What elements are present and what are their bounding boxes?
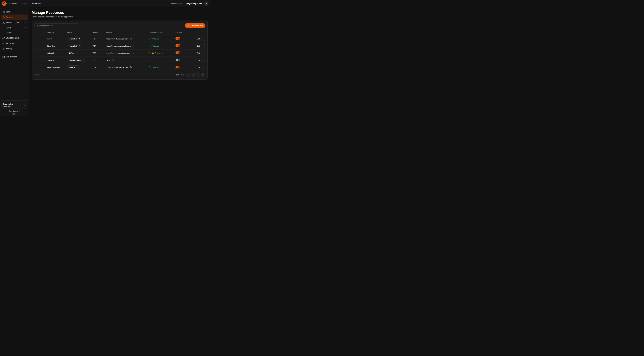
chevron-right-icon [29,3,30,4]
user-email[interactable]: joe@example.com [186,2,202,5]
card-header: Add Resource [34,23,205,28]
documentation-link[interactable]: Documentation [170,2,182,5]
sidebar-divider [2,52,27,53]
copy-icon[interactable] [132,45,134,47]
column-header-enabled: Enabled [176,32,192,34]
sidebar-item-label: API Keys [6,42,14,44]
row-menu-button[interactable] [34,59,46,61]
gear-icon [2,48,5,50]
edit-button[interactable]: Edit [195,44,205,48]
site-link[interactable]: Home Lab [67,37,82,41]
first-page-button[interactable] [186,73,190,77]
enabled-toggle[interactable] [176,66,180,68]
org-selector[interactable]: Organization Home Lab [1,102,28,108]
sidebar-item-label: Resources [6,16,15,18]
resource-name: Immich [46,38,67,40]
sort-icon [52,32,54,34]
breadcrumb-settings[interactable]: settings [21,2,28,5]
table-row: Battery Manager Edge 01 TCP https://batt… [34,64,205,71]
server-icon [2,56,5,58]
site-link[interactable]: Office [67,51,78,55]
column-header-authentication[interactable]: Authentication [148,32,176,34]
version-label: v1.3.0 [1,113,28,115]
add-resource-button[interactable]: Add Resource [186,23,205,28]
resource-protocol: TCP [92,59,106,61]
sidebar-item-access-control[interactable]: Access Control [1,20,28,25]
row-menu-button[interactable] [34,66,46,68]
arrow-right-icon [201,38,203,40]
resource-protocol: TCP [92,66,106,68]
auth-status: Protected [148,45,176,47]
search-input[interactable] [34,24,79,28]
arrow-right-icon [201,52,203,54]
auth-status: - [148,59,176,61]
edit-button[interactable]: Edit [195,37,205,41]
access-url: https://battery.example.com [106,66,128,68]
enabled-toggle[interactable] [176,52,180,54]
access-url: https://bitwarden.example.com [106,45,131,47]
arrow-right-icon [201,59,203,61]
row-menu-button[interactable] [34,52,46,54]
avatar[interactable]: J [204,2,208,6]
sidebar-item-api-keys[interactable]: API Keys [1,40,28,46]
prev-page-button[interactable] [191,73,195,77]
open-source-link[interactable]: Open Source [1,110,28,112]
site-link[interactable]: Edge 01 [67,65,80,69]
shield-check-icon [148,45,150,47]
sidebar-item-resources[interactable]: Resources [1,14,28,20]
enabled-toggle[interactable] [176,37,180,40]
org-selector-value: Home Lab [3,105,13,107]
row-menu-button[interactable] [34,45,46,47]
column-header-name[interactable]: Name [46,32,67,34]
row-menu-button[interactable] [34,38,46,40]
copy-icon[interactable] [112,59,114,61]
table-row: Bitwarden Home Lab TCP https://bitwarden… [34,42,205,50]
edit-button[interactable]: Edit [195,51,205,55]
sidebar-item-roles[interactable]: Roles [1,30,28,35]
add-resource-label: Add Resource [190,25,203,27]
column-header-protocol: Protocol [92,32,106,34]
open-source-label: Open Source [8,110,18,112]
edit-button[interactable]: Edit [195,65,205,70]
topbar: home-lab settings resources Documentatio… [0,0,210,7]
last-page-button[interactable] [201,73,205,77]
sidebar-footer: Organization Home Lab Open Source v1.3.0 [1,100,28,116]
copy-icon[interactable] [130,38,132,40]
arrow-up-right-icon [77,66,78,68]
sidebar-item-users[interactable]: Users [1,25,28,30]
page-size-select[interactable]: 20 [34,73,42,77]
breadcrumb-home-lab[interactable]: home-lab [9,2,17,5]
enabled-toggle[interactable] [176,58,180,61]
copy-icon[interactable] [132,52,134,54]
sidebar: Sites Resources Access Control Users Rol… [0,7,29,116]
auth-status: Protected [148,38,176,40]
site-link[interactable]: Second Office [67,58,85,62]
page-subtitle: Create secure proxies to your private ap… [32,16,208,18]
next-page-button[interactable] [196,73,200,77]
resources-card: Add Resource Name Site Pro [32,20,208,80]
arrow-up-right-icon [78,45,80,47]
table-row: Immich Home Lab TCP https://immich.examp… [34,35,205,42]
page-info: Page 1 of 1 [175,74,184,76]
site-link[interactable]: Home Lab [67,44,82,48]
arrow-up-right-icon [78,38,80,40]
org-selector-title: Organization [3,103,13,105]
app-window: home-lab settings resources Documentatio… [0,0,210,116]
edit-button[interactable]: Edit [195,58,205,62]
sort-icon [160,32,162,34]
arrow-up-right-icon [75,52,76,54]
main-content: Manage Resources Create secure proxies t… [29,7,210,116]
sidebar-item-settings[interactable]: Settings [1,46,28,51]
sidebar-item-shareable-links[interactable]: Shareable Links [1,35,28,40]
auth-status: Protected [148,66,176,68]
chevrons-up-down-icon [24,104,26,106]
column-header-site[interactable]: Site [67,32,92,34]
search-icon [36,25,38,27]
sidebar-item-sites[interactable]: Sites [1,9,28,14]
table-row: Authentik Office TCP https://authentik.e… [34,50,205,56]
enabled-toggle[interactable] [176,44,180,47]
sort-icon [71,32,73,34]
link-icon [2,37,5,39]
copy-icon[interactable] [130,66,132,68]
sidebar-item-server-admin[interactable]: Server Admin [1,54,28,60]
